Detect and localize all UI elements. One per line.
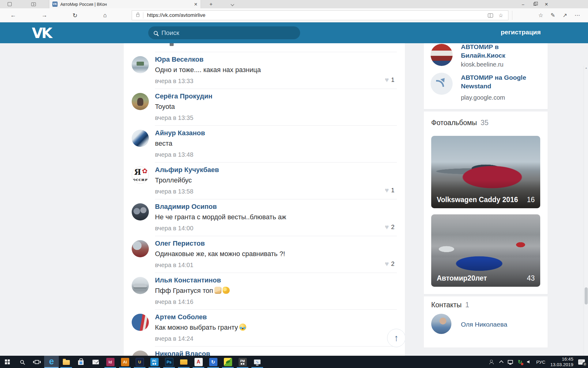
taskbar-illustrator-icon[interactable]: Ai	[118, 356, 132, 368]
tray-sync-alert-icon[interactable]: ↻	[518, 359, 522, 365]
url-text[interactable]: https://vk.com/avtomirlive	[147, 12, 488, 18]
comment-author-link[interactable]: Артем Соболев	[155, 313, 207, 321]
favorite-star-icon[interactable]: ☆	[499, 12, 503, 19]
taskbar-indesign-icon[interactable]: Id	[103, 356, 118, 368]
window-restore-button[interactable]	[529, 0, 540, 8]
taskbar-store-icon[interactable]	[74, 356, 88, 368]
user-avatar[interactable]	[132, 277, 149, 294]
url-field[interactable]: https://vk.com/avtomirlive ☆	[132, 10, 508, 20]
taskbar-edge-icon[interactable]: e	[44, 356, 59, 368]
comment-author-link[interactable]: Николай Власов	[155, 350, 210, 356]
comment-timestamp[interactable]: вчера в 14:24	[155, 335, 193, 342]
comments-list: Юра ВеселковОдно и тоже.... какая нах ра…	[124, 52, 405, 356]
annotate-pen-icon[interactable]: ✎	[551, 12, 555, 19]
browser-tab[interactable]: VK АвтоМир Россия | ВКон ✕	[49, 0, 201, 8]
home-icon[interactable]: ⌂	[100, 11, 110, 20]
user-avatar[interactable]	[132, 130, 149, 147]
comment-author-link[interactable]: Альфир Кучукбаев	[155, 166, 219, 174]
comment-author-link[interactable]: Айнур Казанов	[155, 129, 205, 137]
search-box[interactable]: Поиск	[148, 26, 300, 39]
forward-icon[interactable]: →	[40, 11, 49, 20]
taskbar-start-icon[interactable]	[0, 356, 15, 368]
comment-timestamp[interactable]: вчера в 13:33	[155, 78, 193, 85]
user-avatar[interactable]	[132, 351, 149, 356]
comment-author-link[interactable]: Илья Константинов	[155, 276, 221, 284]
taskbar-monitor-app-icon[interactable]: ∿	[250, 356, 265, 368]
taskbar-mail-clock-icon[interactable]	[176, 356, 191, 368]
vk-logo[interactable]: VK	[32, 25, 51, 41]
search-icon	[20, 360, 24, 364]
comment-timestamp[interactable]: вчера в 14:16	[155, 298, 193, 305]
user-avatar[interactable]	[132, 203, 149, 220]
user-avatar[interactable]	[132, 56, 149, 73]
tray-people-icon[interactable]	[489, 360, 495, 364]
comment-timestamp[interactable]: вчера в 14:01	[155, 262, 193, 269]
albums-header[interactable]: Фотоальбомы35	[431, 119, 488, 127]
like-button[interactable]: ♥1	[385, 187, 394, 194]
taskbar-mail-icon[interactable]	[88, 356, 103, 368]
scrollbar-up-arrow[interactable]: ▲	[584, 66, 588, 71]
taskbar-photoshop-icon[interactable]: Ps	[162, 356, 176, 368]
tray-chevron-up-icon[interactable]	[499, 360, 503, 365]
like-button[interactable]: ♥2	[385, 260, 394, 267]
contact-avatar[interactable]	[431, 314, 451, 334]
scrollbar-thumb[interactable]	[585, 287, 588, 305]
hub-icon[interactable]: ☆	[538, 12, 543, 19]
comment-timestamp[interactable]: вчера в 13:48	[155, 151, 193, 158]
refresh-icon[interactable]: ↻	[70, 11, 80, 20]
comment-timestamp[interactable]: вчера в 13:58	[155, 188, 193, 195]
tray-language-label[interactable]: РУС	[536, 359, 545, 365]
taskbar-pc-app-icon[interactable]: PC	[147, 356, 162, 368]
register-link[interactable]: регистрация	[501, 29, 541, 36]
photo-album-card[interactable]: Автомир20лет43	[431, 214, 540, 287]
scroll-to-top-button[interactable]: ↑	[387, 329, 405, 347]
like-button[interactable]: ♥2	[385, 224, 394, 231]
tray-network-icon[interactable]	[508, 360, 513, 364]
tab-preview-icon[interactable]	[29, 1, 37, 7]
new-tab-button[interactable]: +	[207, 1, 215, 8]
sidebar-link-url[interactable]: kiosk.beeline.ru	[461, 61, 503, 68]
like-button[interactable]: ♥1	[385, 76, 394, 83]
user-avatar[interactable]	[132, 93, 149, 110]
taskbar-file-explorer-icon[interactable]	[59, 356, 74, 368]
sidebar-link-avatar[interactable]	[431, 44, 453, 66]
page-scrollbar[interactable]: ▲ ▼	[584, 66, 588, 368]
taskbar-task-view-icon[interactable]	[29, 356, 44, 368]
back-icon[interactable]: ←	[9, 11, 18, 20]
sidebar-link-title[interactable]: АВТОМИР на Google Newstand	[461, 73, 541, 90]
tab-close-icon[interactable]: ✕	[194, 2, 198, 7]
emoji-thumb	[214, 287, 221, 294]
vk-header: VK Поиск регистрация	[0, 22, 588, 43]
user-avatar[interactable]	[132, 314, 149, 331]
comment-author-link[interactable]: Серёга Прокудин	[155, 92, 212, 100]
taskbar-search-icon[interactable]	[15, 356, 29, 368]
tray-volume-icon[interactable]	[527, 360, 530, 363]
sidebar-link-avatar[interactable]	[431, 73, 453, 95]
taskbar-sync-app-icon[interactable]: ↻	[206, 356, 221, 368]
user-avatar[interactable]	[132, 240, 149, 257]
taskbar-leaf-app-icon[interactable]	[221, 356, 235, 368]
photo-album-card[interactable]: Volkswagen Caddy 201616	[431, 136, 540, 208]
contact-name-link[interactable]: Оля Николаева	[461, 321, 507, 328]
tab-list-chevron-icon[interactable]	[228, 1, 237, 8]
more-ellipsis-icon[interactable]: ⋯	[575, 12, 580, 19]
comment-author-link[interactable]: Юра Веселков	[155, 56, 203, 63]
contacts-header[interactable]: Контакты1	[431, 301, 469, 309]
window-close-button[interactable]: ✕	[541, 0, 552, 8]
set-aside-tabs-icon[interactable]	[6, 1, 13, 7]
user-avatar[interactable]: Я✿оссия	[132, 167, 149, 184]
taskbar-ulead-icon[interactable]: U	[132, 356, 147, 368]
reading-view-icon[interactable]	[488, 13, 493, 17]
share-icon[interactable]: ↗	[563, 12, 567, 19]
tray-clock[interactable]: 16:4513.03.2019	[550, 356, 573, 367]
comment-author-link[interactable]: Владимир Осипов	[155, 203, 217, 211]
sidebar-link-title[interactable]: АВТОМИР в Билайн.Киоск	[461, 43, 541, 60]
window-minimize-button[interactable]: –	[518, 0, 529, 8]
taskbar-pagemaker-icon[interactable]: PM	[235, 356, 250, 368]
sidebar-link-url[interactable]: play.google.com	[461, 94, 505, 101]
comment-timestamp[interactable]: вчера в 13:35	[155, 114, 193, 121]
tray-notification-icon[interactable]: 2	[578, 359, 585, 365]
comment-author-link[interactable]: Олег Перистов	[155, 240, 205, 247]
comment-timestamp[interactable]: вчера в 14:00	[155, 225, 193, 232]
taskbar-acrobat-icon[interactable]: A	[191, 356, 206, 368]
